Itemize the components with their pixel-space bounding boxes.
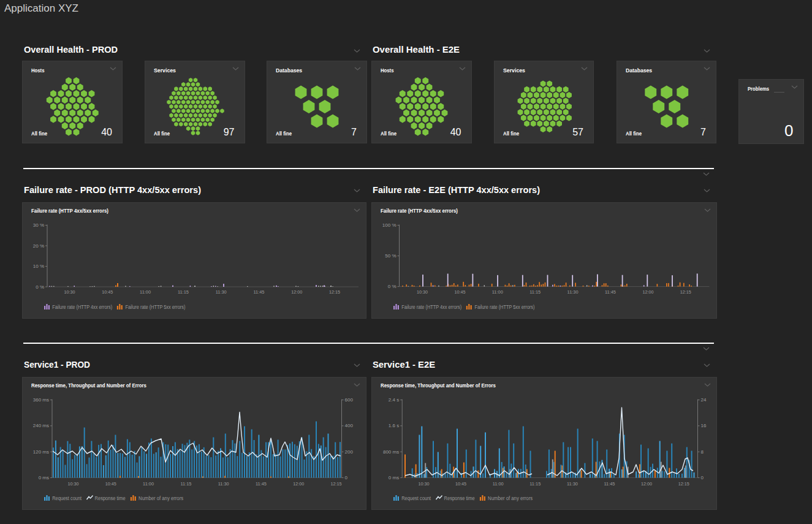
svg-text:11:15: 11:15 [178,289,189,295]
svg-text:11:45: 11:45 [604,481,615,487]
svg-text:11:15: 11:15 [529,481,541,487]
svg-text:11:15: 11:15 [180,481,191,487]
svg-text:600: 600 [345,397,354,403]
svg-text:11:30: 11:30 [567,289,578,295]
svg-text:Services: Services [503,67,525,74]
svg-text:Failure rate (HTTP 4xx/5xx err: Failure rate (HTTP 4xx/5xx errors) [381,208,458,214]
svg-text:Number of any errors: Number of any errors [488,495,533,501]
svg-text:Databases: Databases [276,67,302,74]
svg-text:All fine: All fine [626,131,642,137]
svg-text:10:30: 10:30 [68,481,79,487]
svg-text:100 %: 100 % [382,222,396,228]
svg-text:0 ms: 0 ms [39,475,49,480]
svg-text:Failure rate - PROD (HTTP 4xx/: Failure rate - PROD (HTTP 4xx/5xx errors… [24,184,201,195]
svg-text:Hosts: Hosts [31,67,45,74]
svg-text:Failure rate (HTTP 5xx errors): Failure rate (HTTP 5xx errors) [474,304,534,310]
svg-text:Request count: Request count [52,495,82,501]
svg-text:12:15: 12:15 [678,481,689,487]
svg-text:Failure rate (HTTP 4xx/5xx err: Failure rate (HTTP 4xx/5xx errors) [31,208,108,214]
svg-text:12:00: 12:00 [293,481,304,487]
svg-text:12:15: 12:15 [329,289,340,295]
svg-text:400: 400 [345,423,354,428]
svg-text:All fine: All fine [154,131,170,137]
svg-text:50 %: 50 % [385,253,396,259]
svg-text:11:00: 11:00 [140,289,151,295]
svg-text:12:15: 12:15 [331,481,342,487]
svg-text:0 %: 0 % [387,284,396,289]
svg-text:12:00: 12:00 [291,289,302,295]
svg-text:30 %: 30 % [33,222,44,228]
svg-text:Service1 - PROD: Service1 - PROD [24,359,90,370]
svg-text:24: 24 [700,397,706,403]
svg-text:Response time: Response time [444,495,474,501]
svg-text:12:00: 12:00 [641,481,652,487]
svg-text:200: 200 [345,449,354,455]
svg-text:10:45: 10:45 [455,481,466,487]
svg-text:All fine: All fine [31,131,47,137]
svg-text:360 ms: 360 ms [33,397,49,403]
svg-text:11:45: 11:45 [256,481,267,487]
svg-text:120 ms: 120 ms [33,449,49,455]
svg-text:11:30: 11:30 [218,481,229,487]
svg-text:12:15: 12:15 [680,289,691,295]
svg-text:Failure rate (HTTP 5xx errors): Failure rate (HTTP 5xx errors) [125,304,185,310]
svg-text:Failure rate (HTTP 4xx errors): Failure rate (HTTP 4xx errors) [52,304,112,310]
svg-text:11:30: 11:30 [216,289,227,295]
svg-text:Failure rate (HTTP 4xx errors): Failure rate (HTTP 4xx errors) [401,304,461,310]
svg-text:Problems: Problems [748,86,769,92]
svg-text:10:45: 10:45 [105,481,116,487]
svg-text:Response time: Response time [95,495,126,501]
svg-text:20 %: 20 % [33,243,44,249]
svg-text:Service1 - E2E: Service1 - E2E [373,359,435,370]
svg-text:16: 16 [700,423,706,428]
svg-text:10:30: 10:30 [417,289,428,295]
svg-text:800 ms: 800 ms [382,449,398,455]
svg-text:0 %: 0 % [36,284,44,290]
svg-text:1.6 s: 1.6 s [388,423,398,428]
svg-text:10:45: 10:45 [102,289,113,295]
svg-text:10 %: 10 % [33,264,44,269]
svg-text:Overall Health - PROD: Overall Health - PROD [24,44,118,55]
svg-text:All fine: All fine [276,131,292,137]
svg-text:11:00: 11:00 [491,289,503,295]
svg-text:Services: Services [154,67,176,74]
svg-text:10:30: 10:30 [418,481,429,487]
svg-text:8: 8 [700,449,704,455]
svg-text:11:15: 11:15 [529,289,541,295]
svg-text:All fine: All fine [381,131,397,137]
svg-text:0 ms: 0 ms [388,475,398,480]
svg-text:Number of any errors: Number of any errors [138,495,183,501]
svg-text:2.4 s: 2.4 s [388,397,398,403]
svg-text:Request count: Request count [401,495,431,501]
svg-text:All fine: All fine [503,131,519,137]
svg-text:11:45: 11:45 [605,289,616,295]
svg-text:240 ms: 240 ms [33,423,49,428]
svg-text:Overall Health - E2E: Overall Health - E2E [373,44,460,55]
svg-text:0: 0 [700,475,704,480]
svg-text:12:00: 12:00 [642,289,653,295]
svg-text:Response time, Throughput and: Response time, Throughput and Number of … [31,382,146,389]
svg-text:11:45: 11:45 [254,289,265,295]
svg-text:Response time, Throughput and: Response time, Throughput and Number of … [381,382,496,389]
svg-text:0: 0 [345,475,348,480]
svg-text:10:45: 10:45 [454,289,465,295]
svg-text:Failure rate - E2E (HTTP 4xx/5: Failure rate - E2E (HTTP 4xx/5xx errors) [373,184,540,195]
svg-text:Databases: Databases [626,67,652,74]
svg-text:11:30: 11:30 [566,481,577,487]
svg-text:11:00: 11:00 [143,481,154,487]
svg-text:Hosts: Hosts [381,67,394,74]
svg-text:10:30: 10:30 [64,289,75,295]
svg-text:11:00: 11:00 [492,481,503,487]
